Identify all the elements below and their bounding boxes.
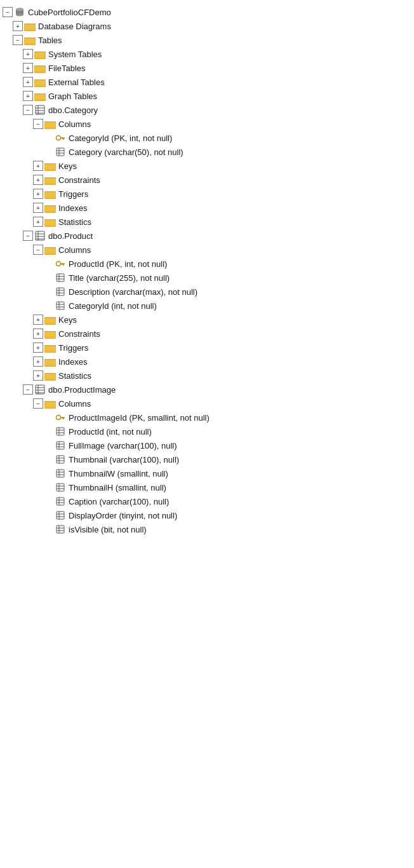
tree-item-label: Caption (varchar(100), null) [69,497,169,506]
expand-button[interactable]: + [33,356,43,367]
expand-button[interactable]: + [33,370,43,381]
tree-item-external-tables[interactable]: + External Tables [3,75,411,89]
tree-item-product-columns[interactable]: − Columns [3,243,411,257]
tree-item-dbo-category[interactable]: − dbo.Category [3,103,411,117]
tree-item-label: DisplayOrder (tinyint, not null) [69,511,177,520]
expand-button[interactable]: + [23,77,33,87]
tree-item-category-id[interactable]: CategoryId (PK, int, not null) [3,131,411,145]
collapse-button[interactable]: − [3,7,13,17]
folder-icon [44,328,56,339]
tree-item-tables[interactable]: − Tables [3,33,411,47]
tree-item-label: CubePortfolioCFDemo [28,8,111,17]
tree-item-product-desc[interactable]: Description (varchar(max), not null) [3,285,411,299]
key-column-icon [55,132,66,144]
expand-button[interactable]: + [33,189,43,199]
tree-item-label: CategoryId (PK, int, not null) [69,133,172,143]
expand-button[interactable]: + [33,315,43,325]
tree-item-productimage-thumbnailh[interactable]: ThumbnailH (smallint, null) [3,480,411,494]
tree-item-productimage-fullimage[interactable]: FullImage (varchar(100), null) [3,438,411,452]
tree-item-db-diagrams[interactable]: + Database Diagrams [3,19,411,33]
tree-item-label: FileTables [48,64,86,73]
tree-item-productimage-columns[interactable]: − Columns [3,397,411,410]
svg-rect-158 [57,484,64,491]
collapse-button[interactable]: − [33,398,43,409]
tree-item-productimage-thumbnail[interactable]: Thumbnail (varchar(100), null) [3,452,411,466]
svg-rect-32 [34,94,46,100]
collapse-button[interactable]: − [23,231,33,241]
tree-item-product-indexes[interactable]: + Indexes [3,355,411,369]
tree-item-category-triggers[interactable]: + Triggers [3,187,411,201]
tree-item-productimage-id[interactable]: ProductImageId (PK, smallint, not null) [3,410,411,424]
tree-item-graph-tables[interactable]: + Graph Tables [3,89,411,103]
expander-placeholder [43,524,53,534]
column-icon [55,482,66,493]
svg-rect-95 [57,288,64,295]
tree-item-label: FullImage (varchar(100), null) [69,441,177,451]
tree-item-product-statistics[interactable]: + Statistics [3,369,411,383]
collapse-button[interactable]: − [13,35,23,45]
tree-item-productimage-caption[interactable]: Caption (varchar(100), null) [3,494,411,508]
tree-item-file-tables[interactable]: + FileTables [3,61,411,75]
expand-button[interactable]: + [33,329,43,339]
collapse-button[interactable]: − [33,119,43,129]
tree-item-label: Columns [58,245,91,255]
folder-icon [44,356,56,367]
tree-item-label: Database Diagrams [38,22,111,31]
expand-button[interactable]: + [23,63,33,73]
tree-item-label: Graph Tables [48,92,97,101]
expand-button[interactable]: + [33,161,43,171]
tree-item-productimage-isvisible[interactable]: isVisible (bit, not null) [3,522,411,536]
expander-placeholder [43,259,53,269]
collapse-button[interactable]: − [23,105,33,115]
tree-item-category-name[interactable]: Category (varchar(50), not null) [3,145,411,159]
tree-item-product-id[interactable]: ProductId (PK, int, not null) [3,257,411,271]
svg-rect-99 [57,302,64,309]
tree-item-dbo-productimage[interactable]: − dbo.ProductImage [3,383,411,397]
column-icon [55,286,66,297]
tree-item-label: Columns [58,119,91,129]
expand-button[interactable]: + [33,342,43,353]
svg-rect-12 [24,38,36,44]
tree-item-productimage-productid[interactable]: ProductId (int, not null) [3,424,411,438]
folder-icon [24,34,36,46]
expand-button[interactable]: + [23,49,33,59]
tree-item-category-indexes[interactable]: + Indexes [3,201,411,215]
tree-item-root[interactable]: − CubePortfolioCFDemo [3,5,411,19]
tree-item-category-constraints[interactable]: + Constraints [3,173,411,187]
tree-item-product-catid[interactable]: CategoryId (int, not null) [3,299,411,313]
folder-icon [44,188,56,200]
svg-rect-27 [34,80,46,86]
svg-rect-75 [44,220,56,226]
tree-item-product-keys[interactable]: + Keys [3,313,411,327]
tree-item-productimage-thumbnailw[interactable]: ThumbnailW (smallint, null) [3,466,411,480]
column-icon [55,426,66,437]
folder-icon [44,174,56,186]
collapse-button[interactable]: − [33,245,43,255]
folder-icon [34,90,46,102]
tree-item-dbo-product[interactable]: − dbo.Product [3,229,411,243]
tree-item-system-tables[interactable]: + System Tables [3,47,411,61]
tree-item-label: Statistics [58,217,91,227]
tree-item-label: Constraints [58,175,100,185]
tree-item-label: Title (varchar(255), not null) [69,273,170,283]
tree-item-product-constraints[interactable]: + Constraints [3,327,411,341]
expand-button[interactable]: + [33,175,43,185]
expand-button[interactable]: + [13,21,23,31]
tree-item-productimage-displayorder[interactable]: DisplayOrder (tinyint, not null) [3,508,411,522]
svg-rect-150 [57,456,64,463]
column-icon [55,454,66,465]
expand-button[interactable]: + [33,217,43,227]
tree-item-product-triggers[interactable]: + Triggers [3,341,411,355]
collapse-button[interactable]: − [23,384,33,395]
tree-item-category-keys[interactable]: + Keys [3,159,411,173]
expand-button[interactable]: + [23,91,33,101]
folder-icon [44,398,56,409]
tree-item-product-title[interactable]: Title (varchar(255), not null) [3,271,411,285]
svg-rect-60 [44,178,56,184]
tree-item-category-columns[interactable]: − Columns [3,117,411,131]
tree-item-category-statistics[interactable]: + Statistics [3,215,411,229]
tree-item-label: isVisible (bit, not null) [69,525,147,534]
expander-placeholder [43,496,53,506]
expand-button[interactable]: + [33,203,43,213]
svg-rect-106 [44,318,56,323]
